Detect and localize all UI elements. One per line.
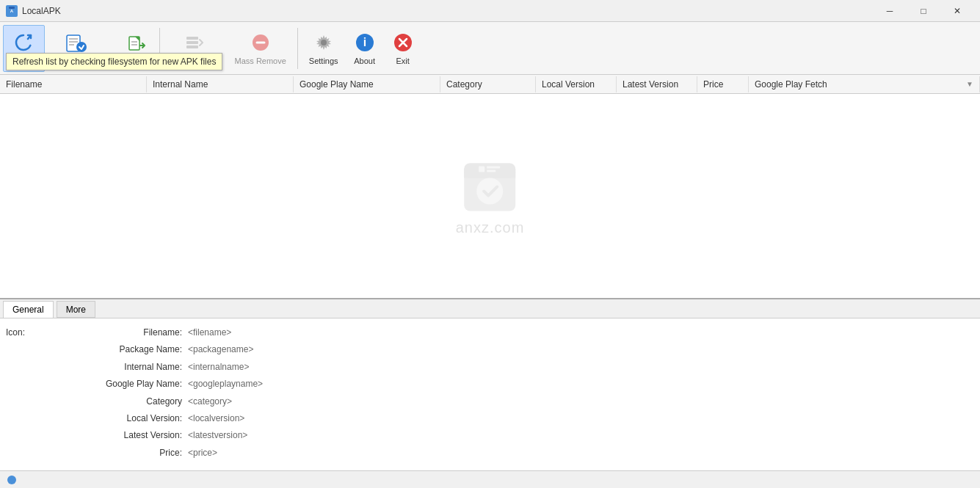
bottom-content: Icon: Filename: <filename> Package Name:… (0, 318, 980, 470)
latest-version-value: <latestversion> (188, 430, 974, 444)
list-area[interactable]: anxz.com (0, 94, 980, 298)
status-bar (0, 470, 980, 488)
mass-remove-button[interactable]: Mass Remove (228, 25, 293, 72)
svg-point-7 (76, 42, 87, 52)
tab-more[interactable]: More (57, 301, 95, 318)
column-headers: Filename Internal Name Google Play Name … (0, 75, 980, 94)
svg-rect-13 (186, 45, 198, 48)
status-icon (6, 474, 18, 486)
package-name-label: Package Name: (65, 344, 182, 358)
package-name-value: <packagename> (188, 344, 974, 358)
settings-label: Settings (309, 57, 338, 65)
settings-button[interactable]: Settings (302, 25, 345, 72)
price-label: Price: (65, 448, 182, 462)
svg-point-22 (477, 178, 504, 205)
mass-remove-label: Mass Remove (235, 57, 286, 65)
svg-rect-25 (487, 170, 496, 172)
svg-rect-12 (186, 41, 198, 44)
close-button[interactable]: ✕ (940, 0, 974, 22)
title-bar: A LocalAPK ─ □ ✕ (0, 0, 980, 22)
col-header-google-play-name[interactable]: Google Play Name (294, 76, 440, 92)
app-title: LocalAPK (22, 6, 61, 16)
category-label: Category (65, 396, 182, 410)
mass-rename-icon (184, 31, 207, 54)
svg-text:A: A (10, 9, 14, 13)
internal-name-label: Internal Name: (65, 362, 182, 376)
title-bar-controls: ─ □ ✕ (873, 0, 974, 22)
internal-name-value: <internalname> (188, 362, 974, 376)
export-icon (125, 31, 148, 54)
app-icon: A (6, 5, 18, 17)
about-label: About (354, 57, 375, 65)
price-value: <price> (188, 448, 974, 462)
sort-icon: ▼ (966, 80, 973, 88)
col-header-internal-name[interactable]: Internal Name (147, 76, 294, 92)
watermark-text: anxz.com (456, 219, 525, 236)
svg-rect-23 (479, 167, 485, 172)
maximize-button[interactable]: □ (907, 0, 940, 22)
mass-remove-icon (249, 31, 272, 54)
col-header-filename[interactable]: Filename (0, 76, 147, 92)
icon-area: Icon: (6, 324, 65, 465)
google-play-name-value: <googleplayname> (188, 379, 974, 393)
local-version-label: Local Version: (65, 413, 182, 427)
watermark: anxz.com (456, 156, 525, 236)
exit-button[interactable]: Exit (385, 25, 421, 72)
col-header-google-play-fetch[interactable]: Google Play Fetch ▼ (749, 76, 980, 92)
svg-text:i: i (363, 36, 366, 48)
bottom-tabs: General More (0, 299, 980, 318)
svg-rect-21 (465, 172, 516, 178)
svg-rect-20 (465, 164, 516, 178)
exit-label: Exit (396, 57, 409, 65)
settings-icon (312, 31, 335, 54)
svg-rect-19 (465, 164, 516, 211)
svg-rect-11 (186, 37, 198, 40)
google-play-name-label: Google Play Name: (65, 379, 182, 393)
latest-version-label: Latest Version: (65, 430, 182, 444)
col-header-latest-version[interactable]: Latest Version (617, 76, 697, 92)
filename-label: Filename: (65, 327, 182, 341)
about-icon: i (353, 31, 377, 54)
details-grid: Filename: <filename> Package Name: <pack… (65, 324, 974, 465)
svg-rect-24 (487, 167, 501, 169)
tab-general[interactable]: General (3, 301, 54, 318)
refresh-icon (12, 31, 35, 54)
about-button[interactable]: i About (346, 25, 383, 72)
fetch-icon (64, 31, 87, 54)
svg-point-26 (7, 476, 16, 484)
icon-label: Icon: (6, 327, 25, 338)
bottom-panel: General More Icon: Filename: <filename> … (0, 298, 980, 470)
filename-value: <filename> (188, 327, 974, 341)
title-bar-left: A LocalAPK (6, 5, 873, 17)
main-content: Refresh list by checking filesystem for … (0, 75, 980, 298)
category-value: <category> (188, 396, 974, 410)
minimize-button[interactable]: ─ (873, 0, 907, 22)
separator-2 (297, 28, 298, 69)
col-header-price[interactable]: Price (697, 76, 749, 92)
col-header-category[interactable]: Category (440, 76, 536, 92)
local-version-value: <localversion> (188, 413, 974, 427)
col-header-local-version[interactable]: Local Version (536, 76, 617, 92)
exit-icon (391, 31, 415, 54)
